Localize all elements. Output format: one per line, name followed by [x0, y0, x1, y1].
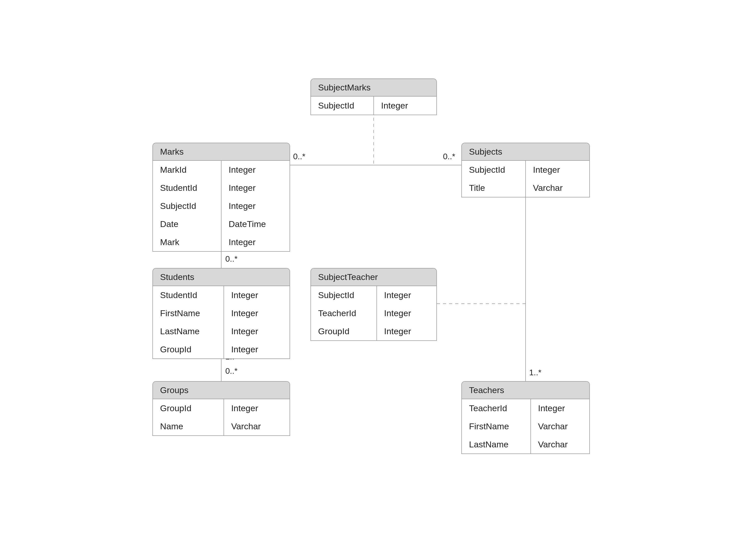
col-name: GroupId [153, 340, 223, 358]
col-name: MarkId [153, 161, 221, 179]
mult-teachers-up: 1..* [529, 368, 541, 377]
col-type: Integer [377, 304, 436, 322]
col-name: StudentId [153, 286, 223, 304]
col-name: SubjectId [311, 97, 373, 115]
col-name: TeacherId [462, 399, 531, 417]
col-type: Integer [224, 340, 290, 358]
col-type: Integer [374, 97, 436, 115]
col-type: Integer [377, 322, 436, 340]
col-type: Integer [526, 161, 589, 179]
entity-title: Marks [153, 143, 290, 161]
col-name: StudentId [153, 179, 221, 197]
col-type: Varchar [531, 417, 589, 436]
col-type: Integer [224, 286, 290, 304]
entity-title: Students [153, 268, 290, 286]
col-type: Varchar [224, 417, 290, 436]
col-type: Integer [221, 233, 290, 251]
diagram-canvas: 0..* 0..* 1..* 1..* 0..* 0..* 1..* 0..* … [0, 0, 756, 535]
col-type: Varchar [531, 436, 589, 454]
entity-subjects[interactable]: Subjects SubjectId Title Integer Varchar [461, 143, 590, 197]
col-type: Integer [224, 322, 290, 340]
col-name: Name [153, 417, 223, 436]
col-name: LastName [153, 322, 223, 340]
col-type: DateTime [221, 215, 290, 233]
col-name: TeacherId [311, 304, 376, 322]
entity-title: Teachers [462, 381, 589, 399]
entity-title: SubjectTeacher [311, 268, 436, 286]
col-type: Integer [221, 161, 290, 179]
entity-teachers[interactable]: Teachers TeacherId FirstName LastName In… [461, 381, 590, 454]
col-name: GroupId [311, 322, 376, 340]
col-type: Integer [221, 179, 290, 197]
entity-marks[interactable]: Marks MarkId StudentId SubjectId Date Ma… [153, 143, 290, 252]
mult-marks-right: 0..* [293, 152, 305, 161]
col-name: GroupId [153, 399, 223, 417]
entity-subjectmarks[interactable]: SubjectMarks SubjectId Integer [310, 78, 437, 115]
entity-groups[interactable]: Groups GroupId Name Integer Varchar [153, 381, 290, 436]
col-name: SubjectId [153, 197, 221, 215]
col-type: Integer [224, 304, 290, 322]
col-name: FirstName [153, 304, 223, 322]
mult-subjects-left: 0..* [443, 152, 455, 161]
mult-students-up: 0..* [225, 254, 238, 264]
entity-title: Groups [153, 381, 290, 399]
col-name: SubjectId [462, 161, 525, 179]
col-name: Mark [153, 233, 221, 251]
col-name: LastName [462, 436, 531, 454]
entity-students[interactable]: Students StudentId FirstName LastName Gr… [153, 268, 290, 359]
col-type: Integer [531, 399, 589, 417]
col-name: Title [462, 179, 525, 197]
col-type: Integer [377, 286, 436, 304]
col-type: Integer [224, 399, 290, 417]
col-name: FirstName [462, 417, 531, 436]
entity-title: Subjects [462, 143, 589, 161]
col-type: Varchar [526, 179, 589, 197]
entity-subjectteacher[interactable]: SubjectTeacher SubjectId TeacherId Group… [310, 268, 437, 341]
col-name: Date [153, 215, 221, 233]
mult-groups-up: 0..* [225, 366, 238, 376]
entity-title: SubjectMarks [311, 79, 436, 97]
col-type: Integer [221, 197, 290, 215]
col-name: SubjectId [311, 286, 376, 304]
